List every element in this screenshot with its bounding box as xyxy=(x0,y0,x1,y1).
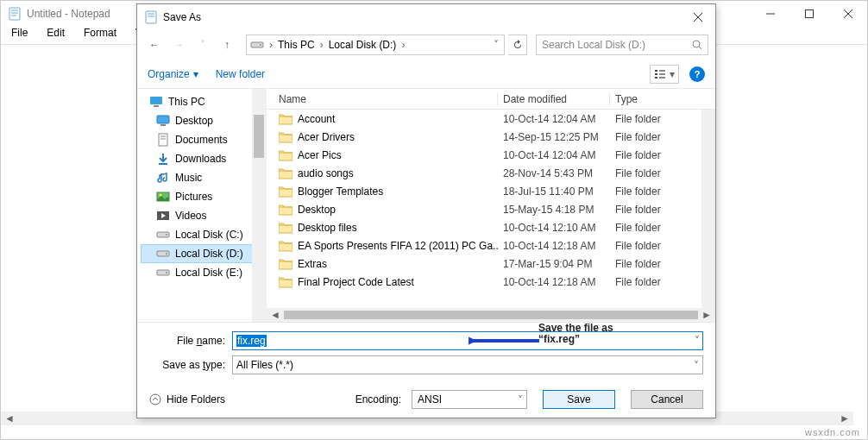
tree-item-desktop[interactable]: Desktop xyxy=(141,111,266,130)
file-row[interactable]: Blogger Templates18-Jul-15 11:40 PMFile … xyxy=(267,182,715,200)
nav-up-button[interactable]: ↑ xyxy=(217,35,237,55)
file-row[interactable]: Desktop15-May-15 4:18 PMFile folder xyxy=(267,200,715,218)
file-row[interactable]: Final Project Code Latest10-Oct-14 12:18… xyxy=(267,273,715,291)
search-placeholder: Search Local Disk (D:) xyxy=(542,39,645,51)
downloads-icon xyxy=(156,152,170,166)
maximize-button[interactable] xyxy=(789,1,828,27)
nav-bar: ← → ˅ ↑ › This PC › Local Disk (D:) › ˅ … xyxy=(137,30,715,60)
chevron-up-circle-icon xyxy=(149,393,161,405)
scroll-right-icon[interactable]: ► xyxy=(838,412,852,425)
svg-rect-23 xyxy=(150,97,162,104)
encoding-select[interactable]: ANSI ˅ xyxy=(412,390,527,409)
svg-rect-22 xyxy=(659,77,665,79)
dialog-footer: Hide Folders Encoding: ANSI ˅ Save Cance… xyxy=(137,385,715,418)
svg-line-16 xyxy=(699,47,701,49)
disk-icon xyxy=(156,247,170,261)
scroll-left-icon[interactable]: ◄ xyxy=(268,308,282,322)
svg-point-35 xyxy=(166,234,167,236)
svg-rect-8 xyxy=(146,11,156,23)
close-button[interactable] xyxy=(828,1,867,27)
folder-icon xyxy=(279,240,292,252)
new-folder-button[interactable]: New folder xyxy=(216,68,265,80)
scroll-right-icon[interactable]: ► xyxy=(700,308,714,322)
tree-item-local-disk-e-[interactable]: Local Disk (E:) xyxy=(141,263,266,282)
scroll-left-icon[interactable]: ◄ xyxy=(3,412,16,425)
address-bar[interactable]: › This PC › Local Disk (D:) › ˅ xyxy=(246,35,505,55)
dialog-title: Save As xyxy=(163,11,201,23)
tree-item-local-disk-c-[interactable]: Local Disk (C:) xyxy=(141,225,266,244)
tree-item-downloads[interactable]: Downloads xyxy=(141,149,266,168)
tree-item-music[interactable]: Music xyxy=(141,168,266,187)
desktop-icon xyxy=(156,114,170,128)
dialog-toolbar: Organize ▾ New folder ▾ ? xyxy=(137,60,715,89)
file-row[interactable]: EA Sports Presents FIFA 12 (2011) PC Ga.… xyxy=(267,236,715,255)
tree-item-local-disk-d-[interactable]: Local Disk (D:) xyxy=(141,244,266,263)
menu-edit[interactable]: Edit xyxy=(43,27,68,44)
save-button[interactable]: Save xyxy=(543,390,615,409)
nav-back-button[interactable]: ← xyxy=(144,35,165,55)
svg-rect-24 xyxy=(154,105,159,107)
folder-icon xyxy=(279,258,292,270)
new-folder-label: New folder xyxy=(216,68,265,80)
breadcrumb-root[interactable]: This PC xyxy=(278,39,315,51)
organize-label: Organize xyxy=(148,68,190,80)
folder-tree[interactable]: This PCDesktopDocumentsDownloadsMusicPic… xyxy=(137,89,267,322)
hide-folders-label: Hide Folders xyxy=(167,393,225,405)
svg-rect-26 xyxy=(160,124,166,126)
search-icon xyxy=(692,40,702,50)
svg-rect-25 xyxy=(157,116,169,123)
folder-icon xyxy=(279,131,292,143)
column-date[interactable]: Date modified xyxy=(498,93,610,105)
disk-icon xyxy=(156,228,170,242)
refresh-icon xyxy=(513,40,523,50)
chevron-right-icon: › xyxy=(320,39,324,51)
folder-icon xyxy=(279,149,292,161)
chevron-right-icon: › xyxy=(269,39,273,51)
column-type[interactable]: Type xyxy=(610,93,715,105)
tree-item-this-pc[interactable]: This PC xyxy=(141,92,266,111)
folder-icon xyxy=(279,204,292,216)
chevron-right-icon: › xyxy=(401,39,405,51)
help-button[interactable]: ? xyxy=(689,66,705,82)
breadcrumb-drive[interactable]: Local Disk (D:) xyxy=(329,39,397,51)
list-header[interactable]: Name Date modified Type xyxy=(267,89,715,110)
dialog-close-button[interactable] xyxy=(681,4,715,30)
chevron-down-icon: ▾ xyxy=(670,68,675,80)
search-input[interactable]: Search Local Disk (D:) xyxy=(536,35,708,55)
close-icon xyxy=(694,13,702,22)
file-row[interactable]: Acer Drivers14-Sep-15 12:25 PMFile folde… xyxy=(267,128,715,146)
list-hscrollbar[interactable]: ◄ ► xyxy=(267,308,715,322)
column-name[interactable]: Name xyxy=(274,93,498,105)
filename-label: File name: xyxy=(149,335,232,347)
address-dropdown-icon[interactable]: ˅ xyxy=(488,39,504,51)
disk-icon xyxy=(156,266,170,280)
nav-forward-button[interactable]: → xyxy=(168,35,189,55)
folder-icon xyxy=(279,113,292,125)
svg-point-37 xyxy=(166,253,167,255)
list-vscrollbar[interactable] xyxy=(701,110,715,308)
filetype-select[interactable]: All Files (*.*) ˅ xyxy=(232,355,703,374)
chevron-down-icon: ▾ xyxy=(193,68,198,80)
svg-rect-19 xyxy=(655,77,657,79)
minimize-button[interactable] xyxy=(751,1,789,27)
menu-file[interactable]: File xyxy=(8,27,31,44)
videos-icon xyxy=(156,209,170,223)
file-row[interactable]: Extras17-Mar-15 9:04 PMFile folder xyxy=(267,255,715,273)
file-row[interactable]: Desktop files10-Oct-14 12:10 AMFile fold… xyxy=(267,218,715,236)
file-row[interactable]: audio songs28-Nov-14 5:43 PMFile folder xyxy=(267,164,715,182)
hide-folders-button[interactable]: Hide Folders xyxy=(149,393,225,405)
organize-button[interactable]: Organize ▾ xyxy=(148,68,198,80)
tree-item-videos[interactable]: Videos xyxy=(141,206,266,225)
cancel-button[interactable]: Cancel xyxy=(631,390,703,409)
refresh-button[interactable] xyxy=(508,35,527,55)
menu-format[interactable]: Format xyxy=(80,27,120,44)
tree-item-documents[interactable]: Documents xyxy=(141,130,266,149)
nav-recent-button[interactable]: ˅ xyxy=(192,35,213,55)
file-row[interactable]: Account10-Oct-14 12:04 AMFile folder xyxy=(267,110,715,128)
folder-icon xyxy=(279,222,292,234)
filename-input[interactable]: fix.reg xyxy=(232,331,703,350)
file-row[interactable]: Acer Pics10-Oct-14 12:04 AMFile folder xyxy=(267,146,715,164)
view-options-button[interactable]: ▾ xyxy=(650,65,679,84)
tree-item-pictures[interactable]: Pictures xyxy=(141,187,266,206)
tree-scrollbar[interactable] xyxy=(252,89,266,322)
